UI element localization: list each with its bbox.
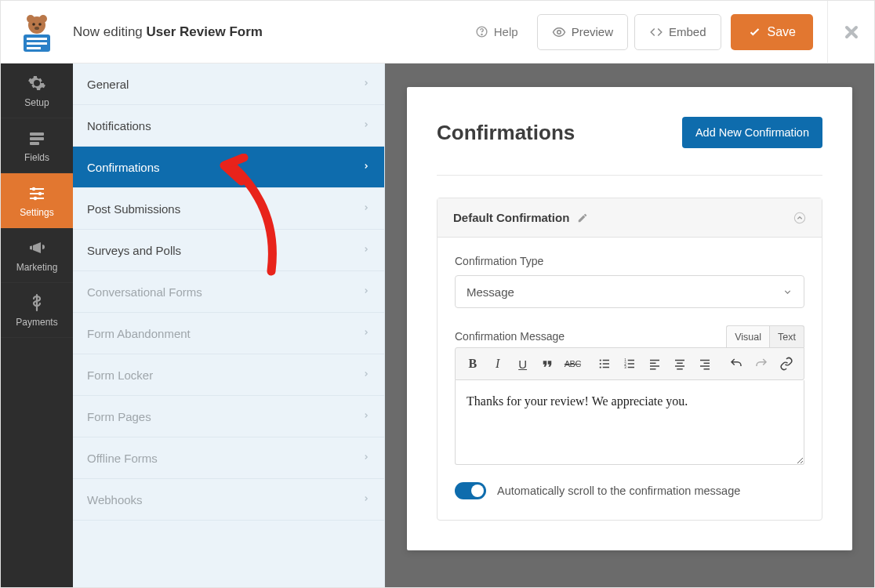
secnav-label: Form Abandonment (87, 327, 191, 340)
svg-rect-34 (628, 367, 634, 368)
italic-button[interactable]: I (487, 353, 509, 375)
svg-rect-30 (628, 360, 634, 361)
number-list-button[interactable]: 123 (619, 353, 641, 375)
app-logo (1, 11, 73, 53)
secnav-item-offline-forms[interactable]: Offline Forms (73, 437, 384, 479)
chevron-right-icon (362, 121, 370, 129)
auto-scroll-label: Automatically scroll to the confirmation… (497, 485, 740, 497)
confirmations-card: Confirmations Add New Confirmation Defau… (407, 87, 852, 550)
bullet-list-button[interactable] (594, 353, 615, 375)
content-area: Confirmations Add New Confirmation Defau… (385, 64, 874, 587)
underline-button[interactable]: U (512, 353, 534, 375)
secnav-label: Notifications (87, 119, 151, 132)
bullhorn-icon (27, 238, 46, 257)
redo-button[interactable] (750, 353, 772, 375)
chevron-right-icon (362, 204, 370, 212)
eye-icon (552, 25, 566, 39)
nav-payments[interactable]: Payments (1, 283, 73, 338)
chevron-right-icon (362, 328, 370, 336)
add-confirmation-button[interactable]: Add New Confirmation (682, 117, 822, 148)
save-button[interactable]: Save (731, 14, 813, 50)
svg-rect-24 (603, 360, 609, 361)
nav-fields[interactable]: Fields (1, 118, 73, 173)
chevron-up-icon[interactable] (793, 212, 806, 224)
svg-rect-26 (603, 363, 609, 365)
secnav-label: Form Locker (87, 368, 153, 382)
svg-rect-46 (703, 368, 710, 370)
svg-point-21 (34, 196, 37, 199)
tab-visual[interactable]: Visual (726, 325, 769, 347)
svg-rect-13 (30, 132, 44, 136)
gear-icon (27, 74, 46, 93)
embed-button[interactable]: Embed (634, 14, 721, 50)
panel-header[interactable]: Default Confirmation (438, 198, 822, 238)
svg-rect-42 (677, 368, 683, 370)
secnav-item-form-locker[interactable]: Form Locker (73, 354, 384, 396)
svg-point-2 (39, 15, 47, 23)
chevron-right-icon (362, 162, 370, 170)
link-button[interactable] (775, 353, 797, 375)
confirmation-panel: Default Confirmation Confirmation Type M… (437, 198, 822, 521)
svg-rect-16 (30, 188, 44, 190)
secnav-label: Surveys and Polls (87, 244, 181, 257)
help-button[interactable]: Help (463, 14, 531, 50)
top-bar: Now editing User Review Form Help Previe… (1, 1, 874, 64)
svg-point-11 (481, 34, 482, 34)
svg-rect-40 (677, 363, 683, 365)
svg-rect-44 (703, 363, 710, 365)
svg-text:3: 3 (624, 365, 626, 369)
secnav-item-post-submissions[interactable]: Post Submissions (73, 188, 384, 230)
nav-setup[interactable]: Setup (1, 64, 73, 118)
primary-nav: Setup Fields Settings Marketing Payments (1, 64, 73, 587)
chevron-right-icon (362, 245, 370, 253)
chevron-right-icon (362, 495, 370, 503)
svg-rect-28 (603, 367, 609, 368)
help-icon (475, 25, 488, 38)
svg-rect-39 (675, 360, 684, 361)
nav-settings[interactable]: Settings (1, 173, 73, 228)
preview-button[interactable]: Preview (537, 14, 628, 50)
chevron-down-icon (782, 287, 793, 297)
undo-button[interactable] (725, 353, 747, 375)
svg-rect-8 (27, 42, 47, 45)
close-button[interactable] (827, 1, 874, 64)
confirmation-type-select[interactable]: Message (455, 275, 804, 308)
svg-rect-9 (27, 47, 41, 49)
quote-button[interactable] (537, 353, 559, 375)
auto-scroll-toggle[interactable] (455, 482, 486, 499)
align-left-button[interactable] (644, 353, 666, 375)
secnav-label: General (87, 78, 129, 91)
secnav-item-webhooks[interactable]: Webhooks (73, 479, 384, 521)
secnav-item-notifications[interactable]: Notifications (73, 105, 384, 147)
nav-marketing[interactable]: Marketing (1, 228, 73, 283)
secnav-item-form-abandonment[interactable]: Form Abandonment (73, 313, 384, 354)
panel-title: Default Confirmation (453, 211, 569, 224)
strikethrough-button[interactable]: ABC (561, 353, 583, 375)
secnav-label: Post Submissions (87, 202, 180, 216)
pencil-icon[interactable] (577, 212, 588, 223)
chevron-right-icon (362, 370, 370, 378)
svg-rect-14 (30, 137, 44, 140)
secnav-item-general[interactable]: General (73, 64, 384, 105)
svg-rect-43 (700, 360, 710, 361)
svg-point-19 (32, 187, 35, 190)
page-title: Confirmations (437, 121, 575, 145)
message-editor[interactable]: Thanks for your review! We appreciate yo… (455, 380, 804, 465)
message-label: Confirmation Message (455, 330, 565, 343)
svg-point-4 (38, 23, 42, 26)
secnav-item-surveys-and-polls[interactable]: Surveys and Polls (73, 230, 384, 271)
check-icon (748, 25, 761, 38)
svg-rect-45 (700, 365, 710, 367)
tab-text[interactable]: Text (769, 325, 804, 347)
svg-rect-15 (30, 142, 39, 145)
bold-button[interactable]: B (462, 353, 484, 375)
align-center-button[interactable] (669, 353, 691, 375)
align-right-button[interactable] (694, 353, 716, 375)
secnav-item-confirmations[interactable]: Confirmations (73, 147, 384, 188)
svg-rect-17 (30, 193, 44, 194)
secnav-label: Conversational Forms (87, 285, 202, 299)
secnav-item-conversational-forms[interactable]: Conversational Forms (73, 271, 384, 313)
svg-point-20 (38, 191, 42, 194)
secnav-item-form-pages[interactable]: Form Pages (73, 396, 384, 437)
chevron-right-icon (362, 453, 370, 461)
